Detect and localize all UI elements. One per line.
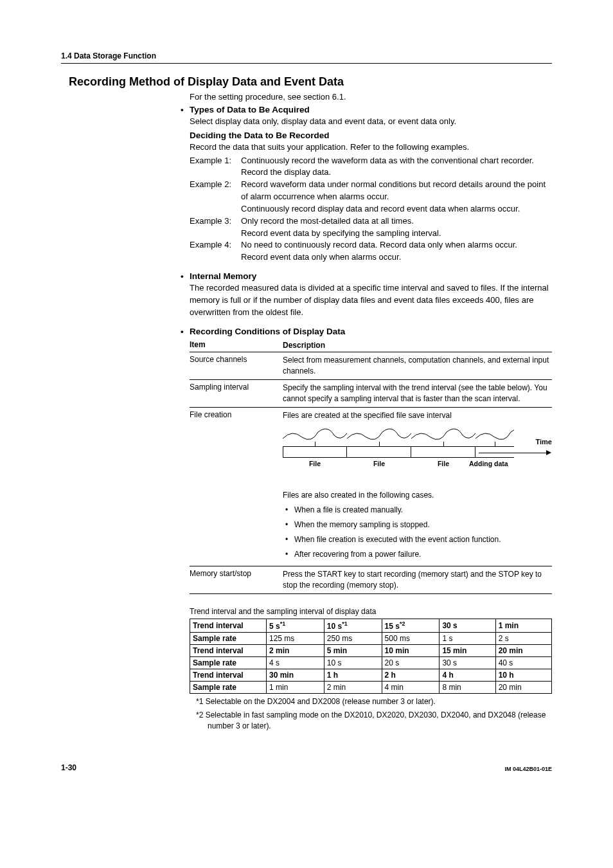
trend-interval-table: Trend interval5 s*110 s*115 s*230 s1 min… xyxy=(190,619,552,694)
row-label: Sample rate xyxy=(190,633,267,645)
table-cell: 4 s xyxy=(267,657,324,669)
example-label: Example 2: xyxy=(190,179,241,215)
condition-desc: Specify the sampling interval with the t… xyxy=(283,383,552,404)
table-cell: 8 min xyxy=(440,682,495,694)
file-creation-diagram: TimeFileFileFileAdding data xyxy=(283,426,552,484)
types-heading: •Types of Data to Be Acquired xyxy=(181,105,552,114)
example-label: Example 3: xyxy=(190,215,241,240)
condition-desc: Select from measurement channels, comput… xyxy=(283,355,552,377)
table-cell: 2 min xyxy=(267,645,324,657)
example-body: No need to continuously record data. Rec… xyxy=(241,239,552,264)
table-cell: 2 h xyxy=(382,669,440,682)
table-cell: 2 min xyxy=(324,682,382,694)
running-header: 1.4 Data Storage Function xyxy=(61,51,552,64)
table-cell: 15 min xyxy=(440,645,495,657)
page: 1.4 Data Storage Function Recording Meth… xyxy=(0,0,613,798)
footnote: *2 Selectable in fast sampling mode on t… xyxy=(196,710,552,732)
condition-item: Source channels xyxy=(190,355,283,377)
content-body: For the setting procedure, see section 6… xyxy=(190,91,552,731)
condition-item: Sampling interval xyxy=(190,383,283,404)
condition-desc: Files are created at the specified file … xyxy=(283,410,552,564)
types-text: Select display data only, display data a… xyxy=(190,116,552,128)
examples-list: Example 1:Continuously record the wavefo… xyxy=(190,155,552,264)
example-row: Example 4:No need to continuously record… xyxy=(190,239,552,264)
table-cell: 1 min xyxy=(495,619,551,633)
list-item: When the memory sampling is stopped. xyxy=(294,520,552,530)
table-cell: 30 s xyxy=(440,657,495,669)
table-cell: 10 s xyxy=(324,657,382,669)
condition-row: Sampling intervalSpecify the sampling in… xyxy=(190,380,552,408)
table-cell: 250 ms xyxy=(324,633,382,645)
condition-item: File creation xyxy=(190,410,283,564)
row-label: Trend interval xyxy=(190,619,267,633)
table-row: Trend interval2 min5 min10 min15 min20 m… xyxy=(190,645,552,657)
table-row: Sample rate4 s10 s20 s30 s40 s xyxy=(190,657,552,669)
table-cell: 5 min xyxy=(324,645,382,657)
condition-row: Source channelsSelect from measurement c… xyxy=(190,352,552,380)
table-cell: 30 min xyxy=(267,669,324,682)
example-label: Example 1: xyxy=(190,155,241,179)
example-row: Example 1:Continuously record the wavefo… xyxy=(190,155,552,179)
internal-memory-heading-text: Internal Memory xyxy=(190,271,256,281)
footnote: *1 Selectable on the DX2004 and DX2008 (… xyxy=(196,696,552,707)
list-item: When file creation is executed with the … xyxy=(294,534,552,545)
footnotes: *1 Selectable on the DX2004 and DX2008 (… xyxy=(190,696,552,731)
list-item: After recovering from a power failure. xyxy=(294,549,552,560)
row-label: Trend interval xyxy=(190,669,267,682)
table-cell: 1 min xyxy=(267,682,324,694)
table-cell: 5 s*1 xyxy=(267,619,324,633)
time-label: Time xyxy=(536,437,552,447)
table-cell: 1 s xyxy=(440,633,495,645)
row-label: Trend interval xyxy=(190,645,267,657)
conditions-table: Item Description Source channelsSelect f… xyxy=(190,339,552,594)
page-footer: 1-30 IM 04L42B01-01E xyxy=(61,763,552,772)
page-title: Recording Method of Display Data and Eve… xyxy=(69,75,552,89)
file-label: File xyxy=(411,459,475,469)
list-item: When a file is created manually. xyxy=(294,505,552,516)
table-row: Trend interval30 min1 h2 h4 h10 h xyxy=(190,669,552,682)
condition-item: Memory start/stop xyxy=(190,569,283,591)
example-row: Example 3:Only record the most-detailed … xyxy=(190,215,552,240)
table-cell: 10 min xyxy=(382,645,440,657)
deciding-text: Record the data that suits your applicat… xyxy=(190,141,552,154)
example-row: Example 2:Record waveform data under nor… xyxy=(190,179,552,215)
table-row: Sample rate125 ms250 ms500 ms1 s2 s xyxy=(190,633,552,645)
trend-caption: Trend interval and the sampling interval… xyxy=(190,607,552,616)
table-cell: 2 s xyxy=(495,633,551,645)
deciding-heading: Deciding the Data to Be Recorded xyxy=(190,131,552,140)
doc-id: IM 04L42B01-01E xyxy=(504,766,552,772)
table-row: Sample rate1 min2 min4 min8 min20 min xyxy=(190,682,552,694)
internal-memory-heading: •Internal Memory xyxy=(181,271,552,281)
file-creation-cases: When a file is created manually.When the… xyxy=(283,505,552,559)
table-cell: 10 h xyxy=(495,669,551,682)
table-cell: 4 h xyxy=(440,669,495,682)
types-heading-text: Types of Data to Be Acquired xyxy=(190,105,310,114)
file-label: File xyxy=(283,459,347,469)
table-cell: 125 ms xyxy=(267,633,324,645)
recording-conditions-heading: •Recording Conditions of Display Data xyxy=(181,327,552,336)
condition-row: Memory start/stopPress the START key to … xyxy=(190,566,552,594)
recording-conditions-heading-text: Recording Conditions of Display Data xyxy=(190,327,345,336)
table-cell: 30 s xyxy=(440,619,495,633)
example-body: Record waveform data under normal condit… xyxy=(241,179,552,215)
table-cell: 1 h xyxy=(324,669,382,682)
example-label: Example 4: xyxy=(190,239,241,264)
table-cell: 20 min xyxy=(495,682,551,694)
table-cell: 4 min xyxy=(382,682,440,694)
adding-data-label: Adding data xyxy=(469,459,508,469)
table-cell: 20 min xyxy=(495,645,551,657)
table-cell: 40 s xyxy=(495,657,551,669)
table-row: Trend interval5 s*110 s*115 s*230 s1 min xyxy=(190,619,552,633)
table-cell: 10 s*1 xyxy=(324,619,382,633)
table-cell: 500 ms xyxy=(382,633,440,645)
table-cell: 20 s xyxy=(382,657,440,669)
row-label: Sample rate xyxy=(190,682,267,694)
row-label: Sample rate xyxy=(190,657,267,669)
example-body: Continuously record the waveform data as… xyxy=(241,155,552,179)
condition-desc: Press the START key to start recording (… xyxy=(283,569,552,591)
table-cell: 15 s*2 xyxy=(382,619,440,633)
file-label: File xyxy=(347,459,411,469)
internal-memory-text: The recorded measured data is divided at… xyxy=(190,282,552,319)
page-number: 1-30 xyxy=(61,763,76,772)
intro-text: For the setting procedure, see section 6… xyxy=(190,91,552,104)
